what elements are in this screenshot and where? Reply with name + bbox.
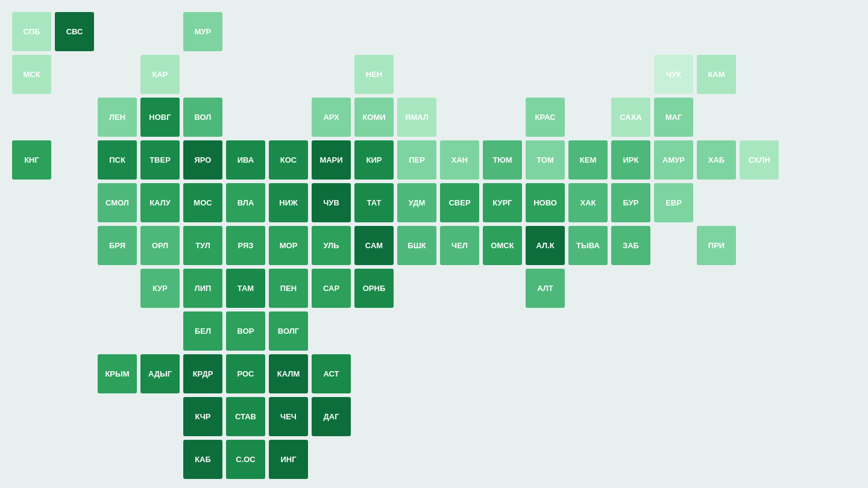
region-ива[interactable]: ИВА xyxy=(226,140,265,180)
region-тул[interactable]: ТУЛ xyxy=(183,226,222,265)
region-бшк[interactable]: БШК xyxy=(397,226,436,265)
region-удм[interactable]: УДМ xyxy=(397,183,436,222)
region-инг[interactable]: ИНГ xyxy=(269,440,308,479)
region-сам[interactable]: САМ xyxy=(354,226,394,265)
region-чел[interactable]: ЧЕЛ xyxy=(440,226,479,265)
region-твер[interactable]: ТВЕР xyxy=(140,140,180,180)
region-сар[interactable]: САР xyxy=(312,269,351,308)
russia-map: СПБСВСМУРМСККАРНЕНЧУККАМЛЕННОВГВОЛАРХКОМ… xyxy=(0,0,868,488)
region-пер[interactable]: ПЕР xyxy=(397,140,436,180)
region-хаб[interactable]: ХАБ xyxy=(697,140,736,180)
region-ирк[interactable]: ИРК xyxy=(611,140,650,180)
region-крас[interactable]: КРАС xyxy=(526,98,565,137)
region-там[interactable]: ТАМ xyxy=(226,269,265,308)
region-орл[interactable]: ОРЛ xyxy=(140,226,180,265)
region-омск[interactable]: ОМСК xyxy=(483,226,522,265)
region-кам[interactable]: КАМ xyxy=(697,55,736,94)
region-чеч[interactable]: ЧЕЧ xyxy=(269,397,308,436)
region-бря[interactable]: БРЯ xyxy=(98,226,137,265)
region-кос[interactable]: КОС xyxy=(269,140,308,180)
region-смол[interactable]: СМОЛ xyxy=(98,183,137,222)
region-спб[interactable]: СПБ xyxy=(12,12,51,51)
region-ряз[interactable]: РЯЗ xyxy=(226,226,265,265)
region-волг[interactable]: ВОЛГ xyxy=(269,311,308,351)
region-орнб[interactable]: ОРНБ xyxy=(354,269,394,308)
region-бур[interactable]: БУР xyxy=(611,183,650,222)
region-мор[interactable]: МОР xyxy=(269,226,308,265)
region-уль[interactable]: УЛЬ xyxy=(312,226,351,265)
region-новг[interactable]: НОВГ xyxy=(140,98,180,137)
region-крдр[interactable]: КРДР xyxy=(183,354,222,393)
region-кнг[interactable]: КНГ xyxy=(12,140,51,180)
region-при[interactable]: ПРИ xyxy=(697,226,736,265)
region-бел[interactable]: БЕЛ xyxy=(183,311,222,351)
region-лен[interactable]: ЛЕН xyxy=(98,98,137,137)
region-ниж[interactable]: НИЖ xyxy=(269,183,308,222)
region-крым[interactable]: КРЫМ xyxy=(98,354,137,393)
region-яро[interactable]: ЯРО xyxy=(183,140,222,180)
region-кург[interactable]: КУРГ xyxy=(483,183,522,222)
region-нен[interactable]: НЕН xyxy=(354,55,394,94)
region-кир[interactable]: КИР xyxy=(354,140,394,180)
region-заб[interactable]: ЗАБ xyxy=(611,226,650,265)
region-каб[interactable]: КАБ xyxy=(183,440,222,479)
region-алт[interactable]: АЛТ xyxy=(526,269,565,308)
region-хан[interactable]: ХАН xyxy=(440,140,479,180)
region-вор[interactable]: ВОР xyxy=(226,311,265,351)
region-саха[interactable]: САХА xyxy=(611,98,650,137)
region-мур[interactable]: МУР xyxy=(183,12,222,51)
region-кур[interactable]: КУР xyxy=(140,269,180,308)
region-свер[interactable]: СВЕР xyxy=(440,183,479,222)
region-кар[interactable]: КАР xyxy=(140,55,180,94)
region-мари[interactable]: МАРИ xyxy=(312,140,351,180)
region-даг[interactable]: ДАГ xyxy=(312,397,351,436)
region-тат[interactable]: ТАТ xyxy=(354,183,394,222)
region-тюм[interactable]: ТЮМ xyxy=(483,140,522,180)
region-ямал[interactable]: ЯМАЛ xyxy=(397,98,436,137)
region-алк[interactable]: АЛ.К xyxy=(526,226,565,265)
region-амур[interactable]: АМУР xyxy=(654,140,693,180)
region-арх[interactable]: АРХ xyxy=(312,98,351,137)
region-вол[interactable]: ВОЛ xyxy=(183,98,222,137)
region-адыг[interactable]: АДЫГ xyxy=(140,354,180,393)
region-лип[interactable]: ЛИП xyxy=(183,269,222,308)
region-мос[interactable]: МОС xyxy=(183,183,222,222)
region-чук[interactable]: ЧУК xyxy=(654,55,693,94)
region-свс[interactable]: СВС xyxy=(55,12,94,51)
region-аст[interactable]: АСТ xyxy=(312,354,351,393)
region-кем[interactable]: КЕМ xyxy=(568,140,608,180)
region-ново[interactable]: НОВО xyxy=(526,183,565,222)
region-калу[interactable]: КАЛУ xyxy=(140,183,180,222)
region-маг[interactable]: МАГ xyxy=(654,98,693,137)
region-став[interactable]: СТАВ xyxy=(226,397,265,436)
region-хак[interactable]: ХАК xyxy=(568,183,608,222)
region-сос[interactable]: С.ОС xyxy=(226,440,265,479)
region-коми[interactable]: КОМИ xyxy=(354,98,394,137)
region-пен[interactable]: ПЕН xyxy=(269,269,308,308)
region-тыва[interactable]: ТЫВА xyxy=(568,226,608,265)
region-евр[interactable]: ЕВР xyxy=(654,183,693,222)
region-кчр[interactable]: КЧР xyxy=(183,397,222,436)
region-рос[interactable]: РОС xyxy=(226,354,265,393)
region-калм[interactable]: КАЛМ xyxy=(269,354,308,393)
region-чув[interactable]: ЧУВ xyxy=(312,183,351,222)
region-вла[interactable]: ВЛА xyxy=(226,183,265,222)
region-том[interactable]: ТОМ xyxy=(526,140,565,180)
region-схлн[interactable]: СХЛН xyxy=(740,140,779,180)
region-пск[interactable]: ПСК xyxy=(98,140,137,180)
region-мск[interactable]: МСК xyxy=(12,55,51,94)
